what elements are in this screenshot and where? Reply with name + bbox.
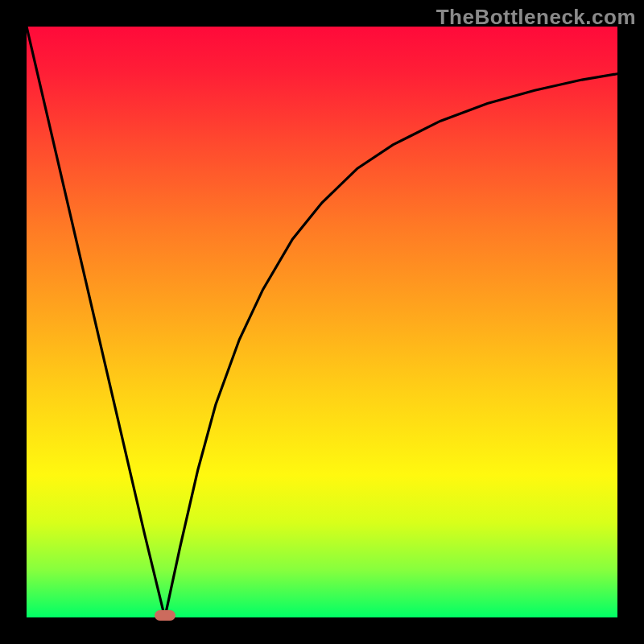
bottleneck-curve bbox=[27, 27, 617, 617]
chart-frame: TheBottleneck.com bbox=[0, 0, 644, 644]
curve-right-branch bbox=[165, 74, 617, 617]
optimum-marker bbox=[155, 610, 175, 621]
plot-area bbox=[27, 27, 617, 617]
curve-left-branch bbox=[27, 27, 165, 617]
